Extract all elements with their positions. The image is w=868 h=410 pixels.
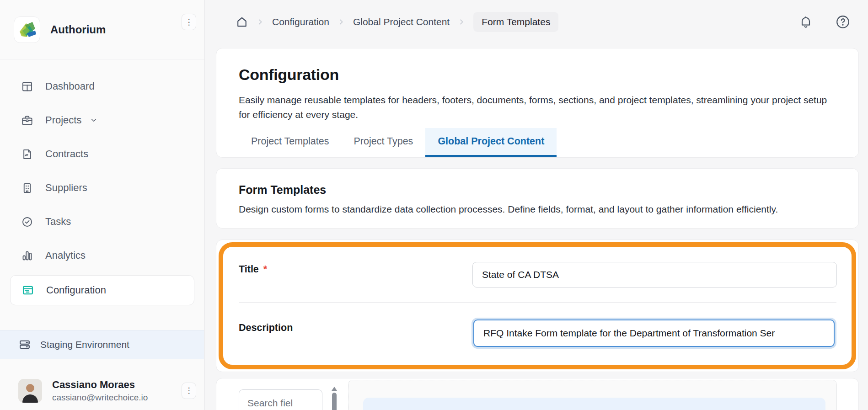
highlight-ring <box>219 242 856 369</box>
scroll-up-icon[interactable] <box>332 387 337 391</box>
sidebar-item-label: Projects <box>45 114 81 126</box>
sidebar-kebab-menu-button[interactable]: ⋮ <box>182 14 196 30</box>
tab-project-templates[interactable]: Project Templates <box>239 128 342 157</box>
server-icon <box>18 338 31 351</box>
description-label-text: Description <box>239 322 293 333</box>
chevron-right-icon <box>338 18 345 26</box>
help-button[interactable] <box>835 14 851 30</box>
chevron-right-icon <box>257 18 264 26</box>
title-label-text: Title <box>239 264 259 275</box>
required-asterisk: * <box>263 264 267 275</box>
brand-name: Authorium <box>50 23 106 36</box>
bell-icon <box>798 15 813 29</box>
user-email: cassiano@writechoice.io <box>52 393 182 403</box>
builder-canvas[interactable] <box>348 380 837 410</box>
sidebar-item-label: Configuration <box>46 284 106 296</box>
sidebar-item-suppliers[interactable]: Suppliers <box>0 171 204 205</box>
analytics-icon <box>21 250 33 262</box>
sidebar-item-label: Tasks <box>45 216 71 228</box>
form-templates-card: Form Templates Design custom forms to st… <box>216 168 859 229</box>
sidebar-item-label: Dashboard <box>45 80 95 92</box>
title-field-label: Title* <box>239 264 267 275</box>
breadcrumb-item-configuration[interactable]: Configuration <box>272 16 329 27</box>
sidebar-item-dashboard[interactable]: Dashboard <box>0 69 204 103</box>
contract-icon <box>21 148 33 160</box>
sidebar-nav: Dashboard Projects Contracts <box>0 69 204 305</box>
breadcrumb-item-form-templates[interactable]: Form Templates <box>473 12 558 32</box>
fields-scrollbar[interactable] <box>332 387 337 410</box>
builder-drop-zone[interactable] <box>363 398 825 410</box>
user-profile[interactable]: Cassiano Moraes cassiano@writechoice.io … <box>0 371 204 410</box>
main-content: Configuration Global Project Content For… <box>205 0 868 410</box>
user-name: Cassiano Moraes <box>52 379 182 391</box>
chevron-right-icon <box>458 18 465 26</box>
search-fields-input[interactable] <box>239 389 322 410</box>
briefcase-icon <box>21 114 33 127</box>
dashboard-icon <box>21 80 33 93</box>
breadcrumb: Configuration Global Project Content For… <box>236 12 558 32</box>
sidebar: Authorium ⋮ Dashboard Projects <box>0 0 205 410</box>
chevron-down-icon <box>90 116 98 124</box>
tab-bar: Project Templates Project Types Global P… <box>216 128 858 157</box>
section-title: Form Templates <box>239 183 858 197</box>
topbar-actions <box>798 14 851 30</box>
sidebar-item-label: Suppliers <box>45 182 87 194</box>
staging-environment-switcher[interactable]: Staging Environment <box>0 330 204 359</box>
task-check-icon <box>21 216 33 228</box>
sidebar-item-projects[interactable]: Projects <box>0 103 204 137</box>
sidebar-item-label: Contracts <box>45 148 88 160</box>
sidebar-header: Authorium ⋮ <box>0 0 204 59</box>
tab-global-project-content[interactable]: Global Project Content <box>425 128 557 157</box>
sidebar-item-contracts[interactable]: Contracts <box>0 137 204 171</box>
user-meta: Cassiano Moraes cassiano@writechoice.io <box>52 379 182 403</box>
tab-project-types[interactable]: Project Types <box>342 128 426 157</box>
avatar <box>18 379 42 403</box>
form-builder-card <box>216 378 859 410</box>
topbar: Configuration Global Project Content For… <box>205 0 868 43</box>
sidebar-item-tasks[interactable]: Tasks <box>0 205 204 239</box>
configuration-card: Configuration Easily manage reusable tem… <box>216 48 859 158</box>
configuration-icon <box>21 284 34 297</box>
environment-label: Staging Environment <box>40 339 129 350</box>
sidebar-item-label: Analytics <box>45 250 86 261</box>
authorium-logo-icon <box>14 16 40 43</box>
page-description: Easily manage reusable templates for hea… <box>239 93 830 122</box>
breadcrumb-item-global-project-content[interactable]: Global Project Content <box>353 16 450 27</box>
notifications-button[interactable] <box>798 15 813 29</box>
help-icon <box>835 14 851 30</box>
field-divider <box>239 302 836 303</box>
section-description: Design custom forms to standardize data … <box>239 204 836 215</box>
home-icon[interactable] <box>236 16 248 28</box>
description-input[interactable] <box>473 319 835 347</box>
kebab-menu-icon: ⋮ <box>185 387 193 394</box>
sidebar-item-configuration[interactable]: Configuration <box>10 275 194 305</box>
description-field-label: Description <box>239 322 293 334</box>
template-form-card: Title* Description <box>216 240 859 372</box>
building-icon <box>21 182 33 194</box>
scrollbar-thumb[interactable] <box>332 393 337 410</box>
title-input[interactable] <box>472 262 837 288</box>
user-kebab-menu-button[interactable]: ⋮ <box>182 383 196 399</box>
page-title: Configuration <box>239 66 858 84</box>
sidebar-item-analytics[interactable]: Analytics <box>0 239 204 272</box>
kebab-menu-icon: ⋮ <box>185 18 193 26</box>
